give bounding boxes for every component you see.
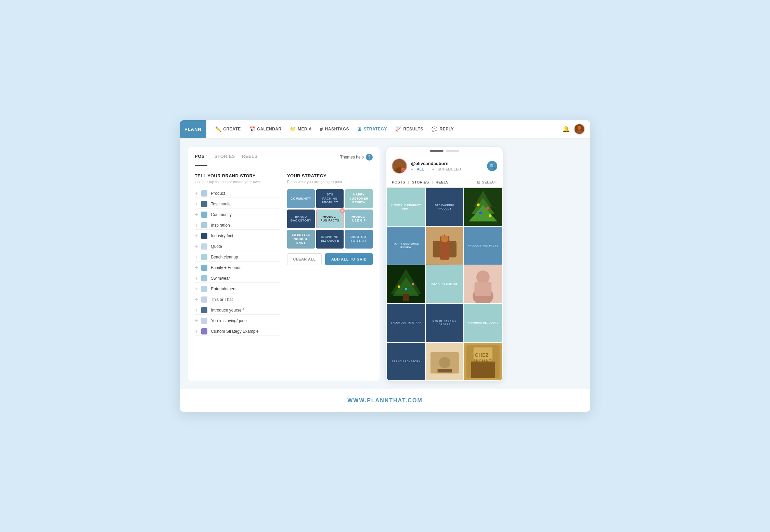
add-icon[interactable]: +: [195, 286, 198, 292]
user-avatar[interactable]: [574, 124, 585, 135]
notification-bell-icon[interactable]: 🔔: [562, 125, 570, 133]
add-icon[interactable]: +: [195, 265, 198, 271]
ig-tab-posts[interactable]: POSTS: [392, 180, 405, 184]
add-icon[interactable]: +: [195, 296, 198, 303]
ig-cell-label: BTS PACKING PRODUCT: [426, 188, 464, 226]
ig-cell[interactable]: Chez Michael: [464, 343, 502, 381]
strategy-cell-product-use-gif[interactable]: PRODUCT USE GIF: [345, 210, 373, 228]
ig-cell[interactable]: [387, 265, 425, 303]
nav-item-calendar[interactable]: 📅 CALENDAR: [246, 124, 285, 134]
ig-cell[interactable]: BTS OF PACKING ORDERS: [426, 304, 464, 342]
filter-scheduled[interactable]: SCHEDULED: [438, 167, 461, 171]
nav-item-create[interactable]: ✏️ CREATE: [212, 124, 244, 134]
ig-top-dot: [446, 150, 459, 152]
nav-item-reply[interactable]: 💬 REPLY: [428, 124, 457, 134]
add-icon[interactable]: +: [195, 328, 198, 334]
strategy-cell-product-fun-facts[interactable]: × PRODUCT FUN FACTS: [316, 210, 344, 228]
footer-url: WWW.PLANNTHAT.COM: [347, 397, 422, 403]
instagram-grid: LIFESTYLE PRODUCT SHOT BTS PACKING PRODU…: [386, 188, 503, 381]
ig-tab-reels[interactable]: REELS: [436, 180, 449, 184]
ig-avatar: 📷: [392, 159, 407, 174]
filter-all[interactable]: ALL: [417, 167, 424, 171]
ig-cell[interactable]: LIFESTYLE PRODUCT SHOT: [387, 188, 425, 226]
ig-cell[interactable]: SHOUTOUT TO STAFF: [387, 304, 425, 342]
add-icon[interactable]: +: [195, 233, 198, 239]
add-icon[interactable]: +: [195, 307, 198, 313]
ig-cell[interactable]: BRAND BACKSTORY: [387, 343, 425, 381]
add-icon[interactable]: +: [195, 222, 198, 228]
clear-all-button[interactable]: CLEAR ALL: [287, 253, 322, 265]
tab-stories[interactable]: STORIES: [214, 154, 235, 166]
ig-cell[interactable]: PRODUCT USE GIF: [426, 265, 464, 303]
ig-cell[interactable]: PRODUCT FUN FACTS: [464, 227, 502, 265]
theme-color-swatch: [201, 254, 207, 260]
theme-color-swatch: [201, 265, 207, 271]
ig-username[interactable]: @oliveandauburn: [411, 161, 461, 166]
ig-cell[interactable]: INSPIRING BIZ QUOTE: [464, 304, 502, 342]
nav-item-hashtags[interactable]: # HASHTAGS: [317, 124, 352, 134]
svg-rect-36: [471, 362, 495, 378]
add-icon[interactable]: +: [195, 275, 198, 281]
select-button[interactable]: ⊡ SELECT: [477, 180, 497, 185]
list-item: + You're staying/gone: [195, 317, 280, 325]
ig-cell[interactable]: [464, 265, 502, 303]
tab-post[interactable]: POST: [195, 154, 207, 166]
nav-item-media[interactable]: 📁 MEDIA: [286, 124, 316, 134]
theme-color-swatch: [201, 328, 207, 334]
nav-items: ✏️ CREATE 📅 CALENDAR 📁 MEDIA # HASHTAGS …: [206, 124, 562, 134]
ig-top-bar: [386, 147, 503, 154]
strategy-cell-bts-packing[interactable]: BTS PACKING PRODUCT: [316, 189, 344, 208]
svg-point-1: [578, 126, 581, 130]
list-item: + Family + Friends: [195, 264, 280, 272]
ig-tab-stories[interactable]: STORIES: [412, 180, 429, 184]
tab-reels[interactable]: REELS: [242, 154, 258, 166]
left-panel: POST STORIES REELS Themes help ? TELL YO…: [188, 147, 380, 381]
strategy-cell-label: BRAND BACKSTORY: [290, 215, 312, 223]
select-icon: ⊡: [477, 180, 480, 185]
strategy-actions: CLEAR ALL ADD ALL TO GRID: [287, 253, 373, 265]
list-item: + Custom Strategy Example: [195, 327, 280, 336]
strategy-icon: ⊞: [357, 126, 362, 132]
add-icon[interactable]: +: [195, 212, 198, 218]
themes-help-icon[interactable]: ?: [366, 154, 373, 161]
nav-item-results[interactable]: 📈 RESULTS: [392, 124, 427, 134]
add-icon[interactable]: +: [195, 243, 198, 250]
ig-cell[interactable]: [464, 188, 502, 226]
add-all-to-grid-button[interactable]: ADD ALL TO GRID: [325, 253, 373, 265]
add-icon[interactable]: +: [195, 190, 198, 197]
strategy-title: YOUR STRATEGY: [287, 173, 373, 178]
add-icon[interactable]: +: [195, 318, 198, 324]
strategy-cell-community[interactable]: COMMUNITY: [287, 189, 315, 208]
svg-point-11: [486, 207, 489, 210]
nav-logo[interactable]: PLANN: [180, 120, 206, 138]
top-nav: PLANN ✏️ CREATE 📅 CALENDAR 📁 MEDIA # HAS…: [180, 120, 590, 139]
strategy-cell-label: HAPPY CUSTOMER REVIEW: [348, 193, 370, 205]
filter-sep: |: [427, 167, 428, 171]
ig-cell[interactable]: [426, 227, 464, 265]
strategy-cell-shoutout-staff[interactable]: SHOUTOUT TO STAFF: [345, 230, 373, 249]
strategy-cell-lifestyle-product[interactable]: LIFESTYLE PRODUCT SHOT: [287, 230, 315, 249]
strategy-cell-label: SHOUTOUT TO STAFF: [348, 235, 370, 243]
strategy-cell-brand-backstory[interactable]: BRAND BACKSTORY: [287, 210, 315, 228]
strategy-cell-label: COMMUNITY: [291, 197, 311, 201]
ig-search-button[interactable]: 🔍: [487, 161, 497, 171]
ig-cell[interactable]: BTS PACKING PRODUCT: [426, 188, 464, 226]
search-icon: 🔍: [489, 163, 495, 169]
add-icon[interactable]: +: [195, 254, 198, 260]
ig-bar: POSTS | STORIES | REELS ⊡ SELECT: [386, 177, 503, 188]
instagram-badge: 📷: [401, 168, 407, 174]
ig-top-dot: [430, 150, 444, 152]
list-item: + Industry fact: [195, 232, 280, 240]
theme-color-swatch: [201, 212, 207, 218]
create-icon: ✏️: [215, 126, 221, 132]
strategy-cell-happy-customer[interactable]: HAPPY CUSTOMER REVIEW: [345, 189, 373, 208]
strategy-cell-inspiring-biz[interactable]: INSPIRING BIZ QUOTE: [316, 230, 344, 249]
close-badge[interactable]: ×: [339, 208, 345, 214]
add-icon[interactable]: +: [195, 201, 198, 207]
ig-cell-label: PRODUCT USE GIF: [426, 265, 464, 303]
ig-cell[interactable]: [426, 343, 464, 381]
theme-label: Testimonial: [211, 202, 231, 206]
ig-cell[interactable]: HAPPY CUSTOMER REVIEW: [387, 227, 425, 265]
nav-item-strategy[interactable]: ⊞ STRATEGY: [354, 124, 390, 134]
nav-right: 🔔: [562, 124, 590, 135]
